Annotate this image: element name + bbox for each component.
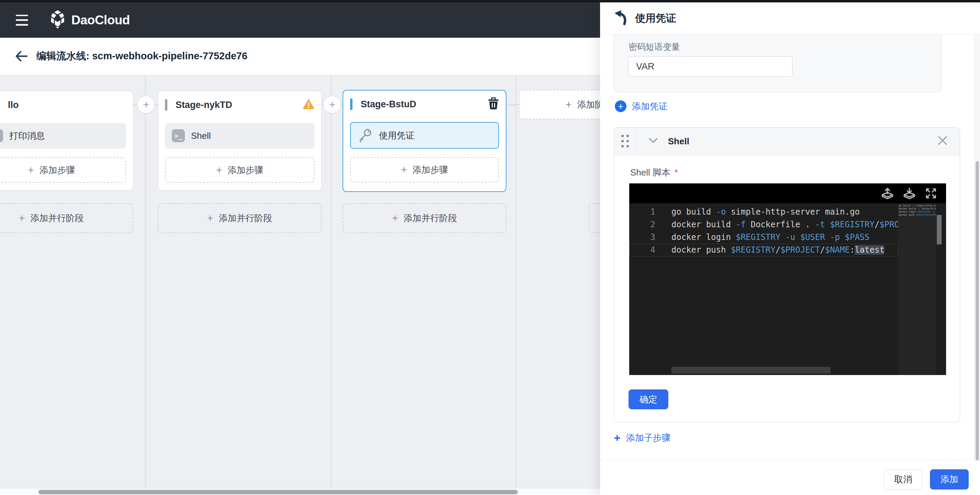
- page-title: 编辑流水线: scm-webhook-pipeline-7752de76: [37, 49, 248, 63]
- plus-circle-icon: +: [615, 100, 627, 112]
- passphrase-input[interactable]: [628, 56, 792, 77]
- insert-stage-button[interactable]: +: [323, 96, 341, 113]
- step-item-print-message[interactable]: 打印消息: [0, 123, 126, 148]
- add-parallel-stage-button[interactable]: + 添加并行阶段: [158, 203, 321, 233]
- stage-indicator: [350, 98, 353, 110]
- canvas-hscrollbar-thumb[interactable]: [38, 490, 518, 494]
- drawer-header: 使用凭证: [600, 2, 980, 34]
- add-parallel-label: 添加并行阶段: [219, 212, 272, 224]
- stage-card-bstud[interactable]: Stage-BstuD 使用凭证: [342, 90, 506, 192]
- stage-card-hello[interactable]: llo 打印消息 + 添加步骤: [0, 91, 134, 190]
- use-credential-icon: [613, 10, 627, 27]
- drawer-title: 使用凭证: [635, 11, 676, 25]
- minimap-line: go build -o simple-http-server main.go: [899, 204, 936, 208]
- plus-icon: +: [614, 432, 620, 444]
- add-step-label: 添加步骤: [228, 164, 263, 176]
- shell-script-editor[interactable]: 1go build -o simple-http-server main.go2…: [629, 183, 946, 375]
- daocloud-logo[interactable]: DaoCloud: [49, 10, 130, 30]
- code-line: 1go build -o simple-http-server main.go: [629, 206, 898, 218]
- step-item-shell[interactable]: >_ Shell: [165, 123, 315, 148]
- plus-icon: +: [28, 165, 34, 176]
- add-step-button[interactable]: + 添加步骤: [350, 157, 499, 182]
- stage-title: Stage-nykTD: [175, 100, 232, 110]
- add-button[interactable]: 添加: [930, 469, 969, 490]
- add-parallel-stage-button[interactable]: + 添加并行阶段: [0, 203, 133, 233]
- code-line: 3docker login $REGISTRY -u $USER -p $PAS…: [629, 231, 898, 244]
- add-step-button[interactable]: + 添加步骤: [165, 157, 315, 183]
- key-icon: [358, 128, 373, 143]
- add-credential-label: 添加凭证: [632, 100, 668, 113]
- insert-stage-button[interactable]: +: [137, 96, 155, 113]
- minimap[interactable]: go build -o simple-http-server main.godo…: [898, 203, 937, 375]
- step-label: Shell: [191, 131, 211, 141]
- minimap-line: docker login $REGISTRY -u $USER -p $PASS: [899, 211, 936, 214]
- back-arrow-icon[interactable]: [15, 51, 27, 61]
- drag-handle-icon: [621, 135, 629, 148]
- warning-icon: [303, 99, 315, 111]
- add-parallel-stage-button[interactable]: + 添加并行阶段: [342, 203, 506, 233]
- step-label: 打印消息: [9, 130, 45, 142]
- minimap-line: docker push $REGISTRY/$PROJECT/$NAME:lat…: [899, 214, 936, 217]
- drawer-body: 密码短语变量 + 添加凭证 Shell: [600, 34, 980, 460]
- stage-card-nyktd[interactable]: Stage-nykTD >_ Shell + 添加步骤: [158, 91, 321, 190]
- upload-icon[interactable]: [881, 187, 894, 200]
- column-separator: [145, 75, 146, 488]
- add-parallel-label: 添加并行阶段: [404, 212, 457, 224]
- shell-script-label: Shell 脚本*: [630, 167, 678, 179]
- daocloud-cube-icon: [49, 10, 67, 30]
- code-lines[interactable]: 1go build -o simple-http-server main.go2…: [629, 203, 898, 375]
- drawer-scrollbar-thumb[interactable]: [975, 161, 979, 460]
- add-step-label: 添加步骤: [40, 164, 75, 176]
- window-top-strip: [0, 0, 980, 2]
- drag-handle[interactable]: [614, 127, 636, 155]
- add-parallel-label: 添加并行阶段: [30, 212, 84, 224]
- editor-hscrollbar-thumb[interactable]: [671, 367, 830, 374]
- hamburger-menu-icon[interactable]: [16, 15, 30, 26]
- column-separator: [331, 75, 332, 488]
- code-line: 2docker build -f Dockerfile . -t $REGIST…: [629, 218, 898, 231]
- required-asterisk: *: [675, 167, 678, 178]
- logo-text: DaoCloud: [71, 13, 130, 27]
- add-credential-link[interactable]: + 添加凭证: [615, 99, 668, 113]
- add-substep-link[interactable]: + 添加子步骤: [614, 430, 671, 445]
- editor-vscrollbar-thumb[interactable]: [937, 215, 942, 244]
- code-line: 4docker push $REGISTRY/$PROJECT/$NAME:la…: [629, 244, 898, 256]
- shell-substep-card: Shell Shell 脚本*: [614, 127, 960, 422]
- editor-toolbar: [629, 183, 946, 203]
- trash-icon[interactable]: [488, 97, 499, 111]
- drawer-scrollbar: [974, 34, 980, 460]
- plus-icon: +: [207, 213, 213, 224]
- plus-icon: +: [19, 213, 25, 224]
- plus-icon: +: [401, 165, 407, 175]
- substep-title: Shell: [668, 136, 689, 147]
- shell-step-icon: >_: [172, 129, 185, 142]
- passphrase-card: 密码短语变量: [614, 34, 942, 92]
- stage-title: llo: [8, 100, 19, 110]
- stage-title: Stage-BstuD: [361, 99, 416, 110]
- close-icon[interactable]: [938, 136, 947, 147]
- add-step-button[interactable]: + 添加步骤: [0, 157, 126, 183]
- step-label: 使用凭证: [379, 130, 415, 141]
- plus-icon: +: [216, 165, 222, 176]
- ok-button[interactable]: 确定: [628, 389, 668, 409]
- passphrase-label: 密码短语变量: [628, 41, 680, 52]
- plus-icon: +: [392, 213, 398, 224]
- drawer-footer: 取消 添加: [600, 460, 980, 495]
- column-separator: [516, 75, 516, 488]
- step-item-use-credential[interactable]: 使用凭证: [350, 122, 499, 149]
- download-icon[interactable]: [903, 187, 916, 200]
- message-step-icon: [0, 129, 3, 142]
- stage-indicator: [165, 99, 167, 111]
- connector-line: [506, 105, 520, 105]
- plus-icon: +: [565, 99, 572, 110]
- add-substep-label: 添加子步骤: [626, 432, 671, 444]
- use-credential-drawer: 使用凭证 密码短语变量 + 添加凭证: [600, 2, 980, 495]
- cancel-button[interactable]: 取消: [884, 469, 923, 490]
- add-step-label: 添加步骤: [412, 164, 448, 176]
- shell-substep-header[interactable]: Shell: [614, 127, 960, 155]
- fullscreen-icon[interactable]: [925, 187, 937, 200]
- minimap-line: docker build -f Dockerfile . -t $REGISTR…: [899, 208, 936, 211]
- chevron-down-icon[interactable]: [649, 138, 658, 145]
